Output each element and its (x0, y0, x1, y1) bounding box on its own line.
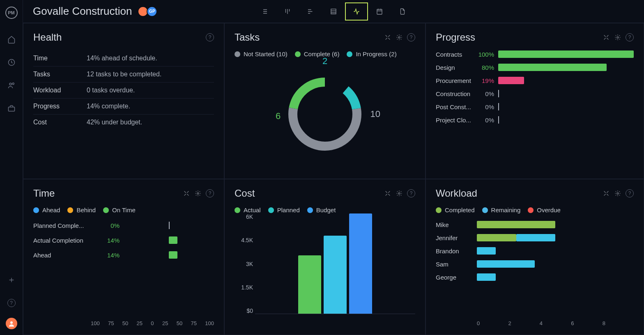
view-file-icon[interactable] (391, 2, 414, 21)
legend-dot (347, 51, 352, 57)
help-icon[interactable]: ? (626, 33, 634, 41)
svg-point-1 (9, 83, 12, 85)
workload-bar (477, 234, 634, 241)
workload-name: Sam (436, 261, 477, 268)
help-icon[interactable]: ? (206, 189, 214, 197)
workload-segment (477, 260, 535, 268)
workload-name: Jennifer (436, 234, 477, 241)
progress-pct: 0% (476, 117, 494, 124)
svg-rect-6 (377, 9, 382, 14)
workload-legend: CompletedRemainingOverdue (436, 207, 634, 213)
gear-icon[interactable] (396, 34, 403, 41)
progress-name: Project Clo... (436, 117, 476, 124)
expand-icon[interactable] (603, 34, 610, 41)
svg-point-13 (398, 193, 400, 194)
legend-label: Behind (76, 207, 96, 213)
progress-row: Contracts100% (436, 50, 634, 58)
legend-label: Actual (244, 207, 261, 213)
workload-bar (477, 247, 634, 255)
view-switcher (253, 2, 414, 21)
nav-help-icon[interactable]: ? (3, 295, 20, 311)
axis-tick: 0 (151, 320, 154, 326)
svg-point-7 (398, 37, 400, 38)
progress-bar (498, 50, 634, 58)
view-calendar-icon[interactable] (368, 2, 391, 21)
legend-item: In Progress (2) (347, 50, 396, 57)
nav-briefcase-icon[interactable] (3, 100, 20, 117)
progress-name: Design (436, 64, 476, 71)
workload-segment (516, 234, 556, 241)
help-icon[interactable]: ? (407, 33, 415, 41)
gear-icon[interactable] (614, 34, 621, 41)
member-avatar-2[interactable]: GP (147, 6, 157, 17)
workload-axis: 02468 (436, 320, 634, 326)
nav-add-icon[interactable] (3, 272, 20, 288)
panel-title-progress: Progress (436, 32, 475, 43)
progress-bar (498, 77, 634, 84)
gear-icon[interactable] (614, 190, 621, 197)
donut-value-notstarted: 10 (370, 109, 380, 119)
gear-icon[interactable] (396, 190, 403, 197)
legend-dot (67, 207, 73, 213)
panel-time: Time ? AheadBehindOn Time Planned Comple… (23, 179, 224, 335)
y-tick: 3K (235, 261, 253, 267)
health-value: 14% ahead of schedule. (87, 55, 157, 62)
view-list-icon[interactable] (253, 2, 276, 21)
legend-label: Completed (445, 207, 475, 213)
health-row: Time14% ahead of schedule. (33, 50, 214, 67)
progress-bar (498, 103, 634, 110)
y-tick: 1.5K (235, 284, 253, 291)
project-members[interactable]: GP (139, 6, 157, 17)
nav-home-icon[interactable] (3, 31, 20, 48)
health-row: Tasks12 tasks to be completed. (33, 67, 214, 83)
help-icon[interactable]: ? (407, 189, 415, 197)
workload-row: Brandon (436, 247, 634, 255)
legend-dot (235, 51, 240, 57)
health-row: Cost42% under budget. (33, 115, 214, 130)
panel-cost: Cost ? ActualPlannedBudget 6K4.5K3K1.5K$… (224, 179, 426, 335)
view-pulse-icon[interactable] (345, 2, 368, 21)
workload-name: Mike (436, 221, 477, 228)
time-name: Actual Completion (33, 237, 99, 244)
panel-title-cost: Cost (235, 188, 255, 199)
legend-item: On Time (103, 207, 136, 213)
y-tick: $0 (235, 307, 253, 314)
workload-bar (477, 273, 634, 281)
legend-dot (103, 207, 109, 213)
app-logo[interactable]: PM (5, 7, 18, 19)
legend-item: Remaining (482, 207, 521, 213)
health-value: 12 tasks to be completed. (87, 71, 161, 78)
workload-row: Mike (436, 221, 634, 228)
expand-icon[interactable] (603, 190, 610, 197)
svg-point-11 (617, 37, 619, 38)
view-board-icon[interactable] (276, 2, 299, 21)
time-legend: AheadBehindOn Time (33, 207, 214, 213)
user-avatar[interactable] (6, 318, 17, 329)
progress-row: Design80% (436, 64, 634, 71)
health-value: 42% under budget. (87, 119, 142, 126)
legend-dot (436, 207, 442, 213)
axis-tick: 0 (477, 320, 508, 326)
nav-clock-icon[interactable] (3, 54, 20, 71)
panel-title-health: Health (33, 32, 62, 43)
help-icon[interactable]: ? (206, 33, 214, 41)
legend-dot (295, 51, 301, 57)
expand-icon[interactable] (183, 190, 190, 197)
axis-tick: 8 (603, 320, 634, 326)
legend-item: Actual (235, 207, 261, 213)
panel-title-workload: Workload (436, 188, 477, 199)
workload-row: Sam (436, 260, 634, 268)
view-gantt-icon[interactable] (299, 2, 322, 21)
y-tick: 6K (235, 213, 253, 220)
view-grid-icon[interactable] (322, 2, 345, 21)
progress-bar (498, 90, 634, 97)
axis-tick: 100 (205, 320, 214, 326)
gear-icon[interactable] (194, 190, 202, 197)
expand-icon[interactable] (384, 34, 391, 41)
progress-name: Construction (436, 90, 476, 97)
cost-bar (349, 213, 372, 314)
nav-people-icon[interactable] (3, 77, 20, 94)
expand-icon[interactable] (384, 190, 391, 197)
help-icon[interactable]: ? (626, 189, 634, 197)
progress-name: Contracts (436, 51, 476, 58)
